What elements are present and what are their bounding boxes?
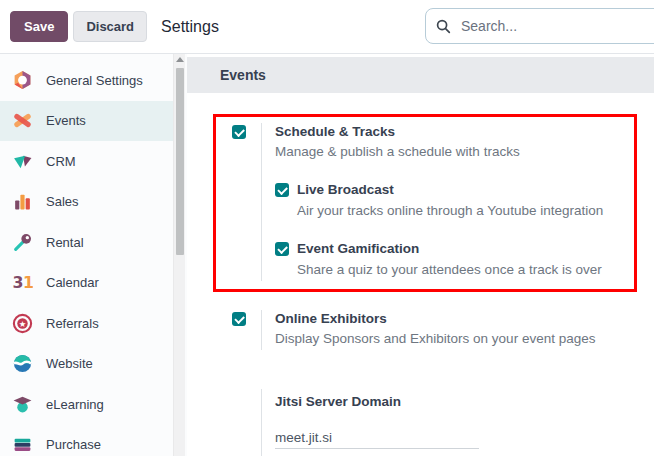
sidebar-item-website[interactable]: Website — [0, 344, 173, 385]
setting-online-exhibitors: Online Exhibitors Display Sponsors and E… — [232, 310, 654, 350]
sidebar-item-calendar[interactable]: 3 1 Calendar — [0, 263, 173, 304]
search-box[interactable] — [425, 8, 654, 44]
setting-title: Event Gamification — [297, 241, 419, 257]
section-header-events: Events — [187, 57, 654, 93]
setting-title: Live Broadcast — [297, 182, 394, 198]
sales-icon — [12, 191, 33, 212]
sidebar-item-label: Calendar — [46, 275, 99, 290]
svg-text:1: 1 — [23, 274, 33, 293]
sidebar-scrollbar[interactable] — [173, 54, 185, 456]
setting-event-gamification: Event Gamification Share a quiz to your … — [275, 241, 654, 279]
purchase-icon — [12, 434, 33, 455]
sidebar-item-rental[interactable]: Rental — [0, 222, 173, 263]
live-broadcast-checkbox[interactable] — [275, 183, 289, 197]
sidebar-item-label: Events — [46, 113, 86, 128]
setting-jitsi-server-domain: Jitsi Server Domain — [232, 389, 654, 456]
sidebar-item-label: Rental — [46, 235, 84, 250]
sidebar-item-label: Sales — [46, 194, 79, 209]
setting-body: Online Exhibitors Display Sponsors and E… — [261, 310, 654, 350]
sidebar-item-label: Referrals — [46, 316, 99, 331]
setting-description: Display Sponsors and Exhibitors on your … — [275, 329, 654, 348]
section-header-label: Events — [220, 67, 266, 83]
sidebar-item-label: Website — [46, 356, 93, 371]
scrollbar-up-arrow-icon[interactable] — [176, 57, 184, 62]
rental-icon — [12, 232, 33, 253]
checkbox-column — [232, 389, 261, 456]
svg-text:3: 3 — [13, 274, 24, 293]
events-settings-content: Schedule & Tracks Manage & publish a sch… — [187, 93, 654, 456]
crm-icon — [12, 151, 33, 172]
sidebar-item-referrals[interactable]: ★ Referrals — [0, 303, 173, 344]
setting-description: Manage & publish a schedule with tracks — [275, 142, 654, 161]
search-input[interactable] — [459, 17, 654, 35]
sidebar-item-label: Purchase — [46, 437, 101, 452]
online-exhibitors-checkbox[interactable] — [232, 312, 246, 326]
elearning-icon — [12, 394, 33, 415]
scrollbar-thumb[interactable] — [176, 68, 185, 255]
sidebar-item-events[interactable]: Events — [0, 101, 173, 142]
checkbox-column — [232, 123, 261, 281]
website-icon — [12, 353, 33, 374]
sidebar-item-label: CRM — [46, 154, 76, 169]
sidebar-item-label: General Settings — [46, 73, 143, 88]
setting-live-broadcast: Live Broadcast Air your tracks online th… — [275, 182, 654, 220]
checkbox-column — [232, 310, 261, 350]
events-icon — [12, 110, 33, 131]
save-button[interactable]: Save — [10, 11, 68, 42]
search-icon — [436, 19, 451, 34]
event-gamification-checkbox[interactable] — [275, 242, 289, 256]
settings-main-panel: Events Schedule & Tracks Manage & publis… — [187, 54, 654, 456]
jitsi-server-domain-input[interactable] — [275, 430, 479, 449]
sidebar-item-purchase[interactable]: Purchase — [0, 425, 173, 456]
sidebar-item-elearning[interactable]: eLearning — [0, 384, 173, 425]
calendar-icon: 3 1 — [12, 272, 33, 293]
jitsi-server-domain-label: Jitsi Server Domain — [275, 393, 654, 411]
sidebar-item-sales[interactable]: Sales — [0, 182, 173, 223]
referrals-icon: ★ — [12, 313, 33, 334]
sidebar-item-crm[interactable]: CRM — [0, 141, 173, 182]
svg-text:★: ★ — [19, 318, 27, 328]
discard-button[interactable]: Discard — [73, 11, 147, 42]
sidebar-item-general-settings[interactable]: General Settings — [0, 60, 173, 101]
general-settings-icon — [12, 70, 33, 91]
settings-sidebar: General Settings Events CRM — [0, 54, 187, 456]
setting-body: Schedule & Tracks Manage & publish a sch… — [261, 123, 654, 281]
setting-body: Jitsi Server Domain — [261, 389, 654, 456]
setting-description: Share a quiz to your attendees once a tr… — [297, 260, 654, 279]
top-bar: Save Discard Settings — [0, 0, 654, 54]
setting-title: Schedule & Tracks — [275, 123, 654, 141]
schedule-tracks-checkbox[interactable] — [232, 125, 246, 139]
page-title: Settings — [161, 18, 219, 36]
setting-schedule-tracks: Schedule & Tracks Manage & publish a sch… — [232, 123, 654, 281]
setting-title: Online Exhibitors — [275, 310, 654, 328]
sidebar-item-label: eLearning — [46, 397, 104, 412]
app-body: General Settings Events CRM — [0, 54, 654, 456]
setting-description: Air your tracks online through a Youtube… — [297, 201, 654, 220]
